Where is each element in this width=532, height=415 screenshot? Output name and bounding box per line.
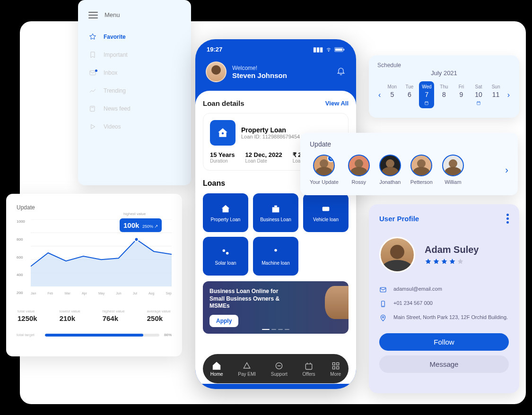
chart-stats: total value 1250k lowest value 210k high… — [17, 309, 172, 322]
profile-name-block: Adam Suley — [425, 244, 479, 265]
update-item-your-update[interactable]: +Your Update — [310, 155, 339, 185]
x-tick: Jan — [31, 292, 36, 295]
y-tick: 600 — [17, 255, 25, 259]
svg-rect-21 — [336, 363, 339, 365]
nav-pay-emi[interactable]: Pay EMI — [238, 361, 256, 377]
day-tue[interactable]: Tue6 — [402, 81, 417, 108]
menu-item-important[interactable]: Important — [88, 46, 181, 64]
chart-x-axis: Jan Feb Mar Apr May Jun Jul Aug Sep — [31, 292, 172, 295]
svg-rect-19 — [305, 363, 312, 369]
target-progress — [45, 334, 159, 337]
y-tick: 200 — [17, 291, 25, 295]
profile-email: adamsul@email.com — [379, 286, 509, 294]
svg-rect-22 — [332, 366, 335, 369]
welcome-block: Welcome! Steven Johnson — [232, 65, 287, 79]
day-fri[interactable]: Fri9 — [454, 81, 469, 108]
tile-vehicle-loan[interactable]: Vehicle loan — [303, 193, 349, 232]
svg-rect-26 — [380, 287, 386, 292]
status-bar: 19:27 ▮▮▮ — [195, 39, 356, 57]
tile-business-loan[interactable]: Business Loan — [253, 193, 298, 232]
tile-machine-loan[interactable]: Machine loan — [253, 237, 298, 276]
y-tick: 1000 — [17, 219, 25, 224]
chevron-right-icon[interactable]: › — [505, 164, 508, 175]
svg-point-8 — [135, 238, 139, 242]
nav-offers[interactable]: Offers — [303, 361, 315, 377]
welcome-name: Steven Johnson — [232, 71, 287, 79]
chevron-right-icon[interactable]: › — [506, 91, 511, 99]
chart-panel: Update 1000 800 600 400 200 highest valu… — [6, 194, 182, 356]
update-item-rossy[interactable]: Rossy — [348, 155, 370, 185]
chevron-left-icon[interactable]: ‹ — [377, 91, 382, 99]
chart-tooltip: 100k 250% ↗ — [120, 218, 162, 232]
update-item-jonathan[interactable]: Jonathan — [379, 155, 401, 185]
banner-dots[interactable] — [262, 329, 289, 330]
schedule-month: July 2021 — [377, 69, 511, 77]
stat-total: total value 1250k — [17, 309, 37, 322]
day-mon[interactable]: Mon5 — [384, 81, 400, 108]
loan-section-title: Loan details — [203, 99, 244, 107]
apply-button[interactable]: Apply — [209, 315, 238, 327]
welcome-row: Welcome! Steven Johnson — [195, 57, 356, 91]
day-thu[interactable]: Thu8 — [436, 81, 452, 108]
nav-support[interactable]: Support — [271, 361, 288, 377]
svg-rect-12 — [343, 49, 344, 50]
day-sun[interactable]: Sun11 — [488, 81, 504, 108]
plus-badge-icon: + — [327, 155, 335, 162]
svg-point-18 — [274, 249, 277, 251]
menu-label: Favorite — [104, 34, 126, 40]
profile-panel: User Profile Adam Suley adamsul@email.co… — [369, 204, 519, 393]
user-avatar[interactable] — [206, 61, 227, 82]
message-button[interactable]: Message — [379, 355, 509, 373]
promo-banner[interactable]: Business Loan Online for Small Business … — [203, 281, 349, 334]
chart-area: 1000 800 600 400 200 highest value 100k … — [17, 219, 172, 295]
profile-header: User Profile — [379, 214, 509, 224]
phone-icon — [379, 300, 387, 308]
profile-title: User Profile — [379, 215, 419, 223]
profile-info: adamsul@email.com +01 234 567 000 Main S… — [379, 286, 509, 322]
chart-tooltip-label: highest value — [123, 212, 146, 216]
tile-solar-loan[interactable]: Solar loan — [203, 237, 248, 276]
svg-point-29 — [382, 316, 384, 318]
banner-person — [325, 286, 349, 319]
day-wed[interactable]: Wed7 — [419, 81, 434, 108]
signal-icon: ▮▮▮ — [313, 46, 323, 53]
update-item-william[interactable]: William — [442, 155, 464, 185]
nav-home[interactable]: Home — [210, 361, 223, 377]
x-tick: May — [98, 292, 105, 295]
rating-stars — [425, 258, 479, 265]
menu-item-trending[interactable]: Trending — [88, 82, 181, 100]
menu-title: Menu — [105, 11, 120, 18]
follow-button[interactable]: Follow — [379, 333, 509, 351]
day-sat[interactable]: Sat10 — [471, 81, 486, 108]
menu-item-inbox[interactable]: Inbox — [88, 64, 181, 82]
tooltip-pct: 250% — [142, 224, 153, 229]
kebab-menu-icon[interactable] — [506, 214, 509, 224]
star-icon — [88, 33, 97, 41]
notification-dot — [95, 69, 97, 72]
tile-property-loan[interactable]: Property Loan — [203, 193, 248, 232]
news-icon — [88, 104, 97, 113]
svg-rect-24 — [425, 102, 428, 105]
star-icon — [441, 258, 448, 265]
chart-y-axis: 1000 800 600 400 200 — [17, 219, 25, 295]
status-icons: ▮▮▮ — [313, 46, 345, 53]
menu-item-favorite[interactable]: Favorite — [88, 28, 181, 46]
hamburger-icon[interactable] — [88, 12, 98, 18]
target-row: total target 86% — [17, 333, 172, 337]
trend-up-icon: ↗ — [154, 224, 158, 229]
view-all-link[interactable]: View All — [325, 100, 349, 107]
profile-avatar[interactable] — [379, 237, 415, 273]
menu-item-videos[interactable]: Videos — [88, 118, 181, 136]
svg-point-9 — [328, 51, 329, 52]
svg-rect-14 — [274, 205, 277, 207]
menu-label: Videos — [104, 123, 121, 130]
profile-address: Main Street, North Park 123, 12F Orchid … — [379, 314, 509, 322]
nav-more[interactable]: More — [330, 361, 341, 377]
phone-frame: 19:27 ▮▮▮ Welcome! Steven Johnson Loan d… — [195, 39, 356, 389]
update-item-petterson[interactable]: Petterson — [410, 155, 433, 185]
bell-icon[interactable] — [336, 66, 346, 78]
update-title: Update — [310, 140, 508, 148]
loan-head-text: Property Loan Loan ID: 1129888679454 — [241, 126, 300, 139]
loan-name: Property Loan — [241, 126, 300, 134]
menu-item-news[interactable]: News feed — [88, 100, 181, 118]
